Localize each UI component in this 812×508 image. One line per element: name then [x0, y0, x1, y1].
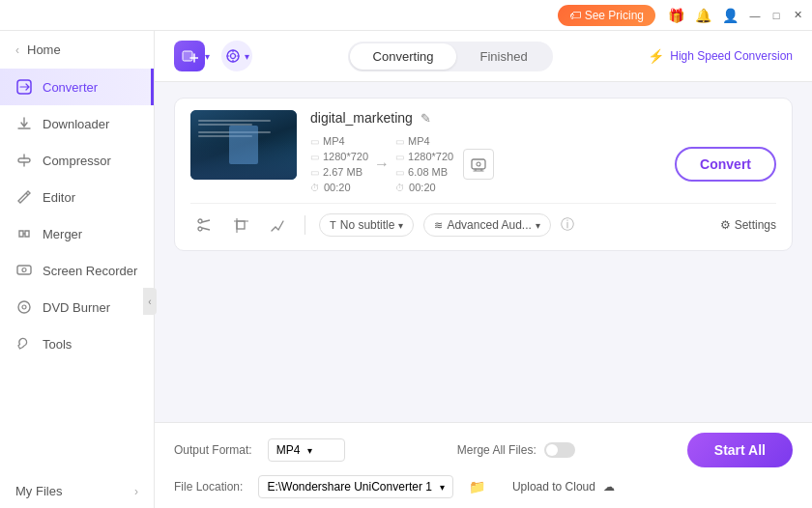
output-format-select[interactable]: MP4 ▾: [268, 438, 345, 462]
svg-point-8: [230, 54, 235, 59]
tab-converting[interactable]: Converting: [350, 43, 457, 70]
source-format-icon: ▭: [310, 136, 319, 147]
settings-link[interactable]: ⚙ Settings: [720, 218, 776, 232]
toolbar-left: ▾ ▾: [174, 41, 252, 71]
tab-group: Converting Finished: [348, 42, 553, 71]
info-icon[interactable]: ⓘ: [561, 216, 574, 234]
high-speed-section: ⚡ High Speed Conversion: [648, 48, 793, 64]
target-clock-icon: ⏱: [395, 183, 405, 193]
file-location-select[interactable]: E:\Wondershare UniConverter 1 ▾: [258, 475, 453, 498]
close-button[interactable]: ✕: [791, 9, 804, 22]
subtitle-icon: T: [330, 219, 336, 231]
target-format-row: ▭ MP4: [395, 135, 453, 147]
source-size-row: ▭ 2.67 MB: [310, 166, 368, 178]
source-duration-row: ⏱ 00:20: [310, 182, 368, 193]
file-info: digital_marketing ✎ ▭ MP4: [310, 110, 776, 193]
sidebar-item-dvd-burner[interactable]: DVD Burner: [0, 289, 154, 325]
effect-tool-button[interactable]: [264, 212, 291, 239]
source-size-icon: ▭: [310, 167, 319, 178]
merge-toggle-switch[interactable]: [544, 442, 575, 458]
output-settings-button[interactable]: ▾: [221, 41, 252, 71]
downloader-icon: [15, 115, 33, 132]
convert-arrow-icon: →: [374, 155, 390, 173]
gift-icon[interactable]: 🎁: [667, 7, 684, 24]
svg-point-11: [198, 219, 202, 223]
maximize-button[interactable]: □: [769, 9, 783, 22]
sidebar-item-downloader[interactable]: Downloader: [0, 105, 154, 142]
format-chevron: ▾: [307, 445, 312, 456]
audio-dropdown[interactable]: ≋ Advanced Aud... ▾: [423, 213, 550, 237]
gear-icon: ⚙: [720, 218, 731, 232]
see-pricing-label: See Pricing: [585, 9, 644, 22]
subtitle-chevron: ▾: [398, 220, 403, 231]
source-resolution-row: ▭ 1280*720: [310, 151, 368, 162]
content-area: ▾ ▾ Converting Finished ⚡ High Speed Con: [155, 31, 812, 508]
editor-label: Editor: [43, 190, 75, 205]
folder-icon[interactable]: 📁: [469, 479, 485, 494]
svg-rect-13: [237, 221, 245, 229]
my-files-label: My Files: [15, 484, 62, 498]
my-files-item[interactable]: My Files ›: [0, 474, 154, 508]
notification-icon[interactable]: 🔔: [694, 7, 711, 24]
convert-button[interactable]: Convert: [675, 147, 776, 182]
svg-point-3: [22, 268, 26, 272]
file-edit-icon[interactable]: ✎: [420, 111, 431, 126]
tab-finished[interactable]: Finished: [456, 43, 550, 70]
add-file-button[interactable]: ▾: [174, 41, 210, 71]
sidebar-item-tools[interactable]: Tools: [0, 325, 154, 362]
tools-icon: [15, 335, 33, 353]
target-size-row: ▭ 6.08 MB: [395, 166, 453, 178]
bottom-row-1: Output Format: MP4 ▾ Merge All Files: St…: [174, 433, 793, 467]
target-resolution-row: ▭ 1280*720: [395, 151, 453, 162]
cloud-icon: ☁: [603, 480, 615, 494]
target-format-icon: ▭: [395, 136, 404, 147]
sidebar-item-editor[interactable]: Editor: [0, 179, 154, 215]
merger-label: Merger: [43, 227, 82, 241]
sidebar-item-converter[interactable]: Converter: [0, 69, 154, 105]
file-name: digital_marketing: [310, 110, 413, 126]
subtitle-dropdown[interactable]: T No subtitle ▾: [319, 213, 414, 237]
source-resolution: 1280*720: [323, 151, 368, 162]
sidebar-item-home[interactable]: ‹ Home: [0, 31, 154, 69]
add-file-icon: [174, 41, 205, 71]
source-format-row: ▭ MP4: [310, 135, 368, 147]
audio-chevron: ▾: [536, 220, 540, 231]
start-all-button[interactable]: Start All: [687, 433, 793, 467]
minimize-button[interactable]: —: [748, 9, 762, 22]
sidebar: ‹ Home Converter Downloader: [0, 31, 155, 508]
tools-label: Tools: [43, 337, 72, 352]
location-chevron: ▾: [440, 482, 445, 493]
sidebar-item-compressor[interactable]: Compressor: [0, 142, 154, 179]
title-bar-icons: 🎁 🔔 👤: [667, 7, 739, 24]
file-location-label: File Location:: [174, 480, 243, 494]
audio-wave-icon: ≋: [434, 219, 443, 232]
crop-tool-button[interactable]: [227, 212, 254, 239]
see-pricing-button[interactable]: 🏷 See Pricing: [558, 5, 655, 26]
merger-icon: [15, 225, 33, 242]
target-duration: 00:20: [409, 182, 436, 193]
user-account-icon[interactable]: 👤: [721, 7, 739, 24]
thumbnail-content: [190, 110, 297, 180]
target-size: 6.08 MB: [408, 166, 448, 178]
converter-label: Converter: [43, 80, 98, 95]
sidebar-item-screen-recorder[interactable]: Screen Recorder: [0, 252, 154, 289]
source-format: MP4: [323, 135, 345, 147]
cut-tool-button[interactable]: [190, 212, 218, 239]
home-label: Home: [27, 42, 61, 57]
file-name-row: digital_marketing ✎: [310, 110, 776, 126]
sidebar-collapse-button[interactable]: ‹: [143, 288, 157, 315]
upload-to-cloud-section[interactable]: Upload to Cloud ☁: [512, 480, 615, 494]
svg-rect-9: [472, 159, 485, 169]
screen-recorder-icon: [15, 262, 33, 279]
file-card-bottom: T No subtitle ▾ ≋ Advanced Aud... ▾ ⓘ ⚙ …: [190, 203, 776, 239]
settings-chevron: ▾: [245, 51, 249, 62]
target-duration-row: ⏱ 00:20: [395, 182, 453, 193]
merge-all-files-section: Merge All Files:: [457, 442, 575, 458]
bottom-bar: Output Format: MP4 ▾ Merge All Files: St…: [155, 422, 812, 508]
source-duration: 00:20: [324, 182, 351, 193]
bottom-row-2: File Location: E:\Wondershare UniConvert…: [174, 475, 793, 498]
file-list-area: digital_marketing ✎ ▭ MP4: [155, 82, 812, 422]
svg-point-4: [18, 301, 30, 313]
sidebar-item-merger[interactable]: Merger: [0, 215, 154, 252]
device-save-icon[interactable]: [463, 149, 494, 180]
